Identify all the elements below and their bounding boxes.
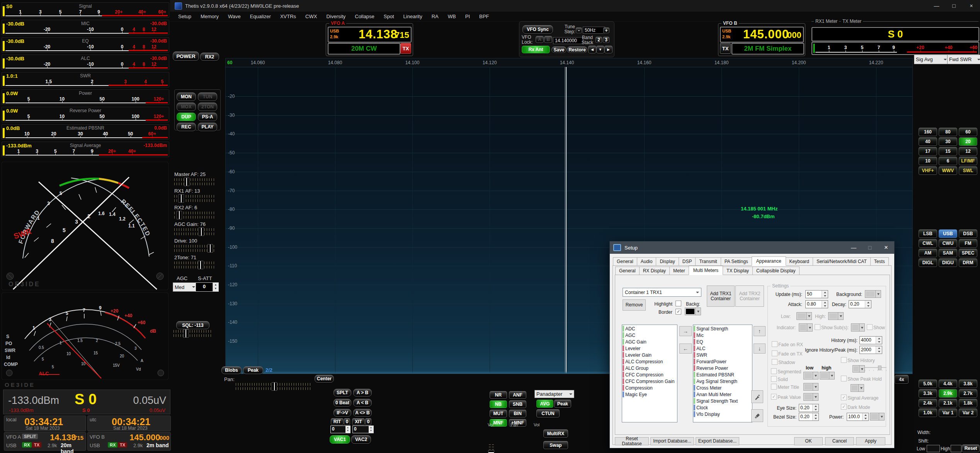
vfo-a-frequency-display[interactable]: USB 2.9k 14.138 715: [328, 27, 412, 43]
cwu-button[interactable]: CWU: [939, 239, 957, 248]
history-opacity-slider[interactable]: [865, 366, 886, 371]
nr-button[interactable]: NR: [490, 391, 507, 399]
40-button[interactable]: 40: [919, 137, 937, 146]
1-0k-button[interactable]: 1.0k: [919, 409, 937, 417]
tune-step-minus-button[interactable]: -: [576, 27, 582, 33]
lf-mf-button[interactable]: LF/MF: [959, 157, 977, 165]
tune-cursor-line[interactable]: [566, 67, 567, 374]
menu-collapse[interactable]: Collapse: [355, 14, 374, 19]
segmented-checkbox[interactable]: [771, 368, 777, 374]
menu-equalizer[interactable]: Equalizer: [250, 14, 271, 19]
move-down-button[interactable]: ↓: [754, 344, 766, 354]
mox-button[interactable]: MOX: [177, 103, 196, 111]
4-4k-button[interactable]: 4.4k: [939, 379, 957, 388]
power-spinner[interactable]: 100.0: [847, 413, 869, 421]
fm-button[interactable]: FM: [959, 239, 977, 248]
vol1-slider[interactable]: [488, 443, 494, 453]
band-stack-3-button[interactable]: 3: [603, 37, 609, 43]
available-meters-list[interactable]: ADCAGCAGC GainLevelerLeveler GainALC Com…: [622, 325, 677, 422]
spec-button[interactable]: SPEC: [959, 249, 977, 257]
var-2-button[interactable]: Var 2: [959, 409, 977, 417]
rx2-af-slider[interactable]: [174, 211, 214, 219]
rec-button[interactable]: REC: [177, 123, 196, 131]
play-button[interactable]: PLAY: [198, 123, 217, 131]
subs-show-checkbox[interactable]: [867, 324, 873, 330]
menu-wave[interactable]: Wave: [228, 14, 241, 19]
dsb-button[interactable]: DSB: [959, 229, 977, 238]
peak-value-color-dropdown[interactable]: [803, 393, 818, 401]
menu-setup[interactable]: Setup: [178, 14, 191, 19]
border-checkbox[interactable]: ✓: [675, 309, 681, 315]
list-item-alc-compression[interactable]: ALC Compression: [622, 358, 677, 365]
list-item-eq[interactable]: EQ: [693, 338, 752, 345]
5-0k-button[interactable]: 5.0k: [919, 379, 937, 388]
list-item-vfo-display[interactable]: Vfo Display: [693, 411, 752, 417]
tab-general[interactable]: General: [613, 257, 637, 266]
lsb-button[interactable]: LSB: [919, 229, 937, 238]
tab-pa-settings[interactable]: PA Settings: [721, 257, 752, 266]
power-color-dropdown[interactable]: [870, 413, 885, 421]
3-3k-button[interactable]: 3.3k: [919, 389, 937, 398]
low-stepper[interactable]: [927, 445, 940, 452]
tab-tx-display[interactable]: TX Display: [723, 267, 753, 275]
vfo-b-tx-button[interactable]: TX: [720, 43, 731, 54]
fade-on-tx-checkbox[interactable]: [772, 350, 778, 356]
highlight-checkbox[interactable]: [675, 301, 681, 306]
high-stepper[interactable]: [951, 445, 961, 452]
list-item-signal-strength[interactable]: Signal Strength: [693, 325, 752, 332]
history-spinner[interactable]: 4000: [859, 336, 882, 344]
am-button[interactable]: AM: [919, 249, 937, 257]
tune-step-value[interactable]: 50Hz: [583, 27, 605, 34]
dialog-close-button[interactable]: ×: [878, 241, 894, 254]
drm-button[interactable]: DRM: [959, 258, 977, 267]
blobs-button[interactable]: Blobs: [221, 366, 242, 374]
backg-color-dropdown[interactable]: [685, 308, 701, 315]
list-item-anan-multi-meter[interactable]: Anan Multi Meter: [693, 391, 752, 398]
sql-slider[interactable]: [174, 330, 213, 337]
a-b-button[interactable]: A > B: [353, 389, 372, 397]
tx-meter-mode-select[interactable]: Fwd SWR: [947, 55, 980, 64]
show-history-checkbox[interactable]: [841, 357, 847, 363]
reset-database-button[interactable]: Reset Database: [615, 437, 649, 445]
digu-button[interactable]: DIGU: [939, 258, 957, 267]
tab-serial-network-midi-cat[interactable]: Serial/Network/Midi CAT: [813, 257, 871, 266]
list-item-clock[interactable]: Clock: [693, 404, 752, 411]
signal-average-checkbox[interactable]: ✓: [841, 395, 847, 400]
list-item-avg-signal-strength[interactable]: Avg Signal Strength: [693, 378, 752, 385]
multirx-button[interactable]: MultiRX: [543, 429, 568, 438]
mon-button[interactable]: MON: [177, 92, 196, 101]
ignore-history-spinner[interactable]: 2000: [859, 346, 882, 354]
export-database-button[interactable]: Export Database...: [696, 437, 739, 445]
list-item-forwardpower[interactable]: ForwardPower: [693, 358, 752, 365]
move-up-button[interactable]: ↑: [754, 326, 766, 336]
vfo-b-frequency-display[interactable]: USB 2.9k 145.000 000: [720, 27, 804, 43]
high-color-dropdown[interactable]: [828, 312, 844, 320]
eyedropper-button[interactable]: [751, 390, 763, 403]
wwv-button[interactable]: WWV: [939, 166, 957, 175]
list-item-leveler[interactable]: Leveler: [622, 345, 677, 352]
rx1-af-slider[interactable]: [174, 195, 214, 202]
var-1-button[interactable]: Var 1: [939, 409, 957, 417]
add-trx1-container-button[interactable]: Add TRX1 Container: [707, 285, 735, 307]
12-button[interactable]: 12: [959, 147, 977, 156]
list-item-cross-meter[interactable]: Cross Meter: [693, 385, 752, 391]
import-database-button[interactable]: Import Database...: [650, 437, 694, 445]
avg-button[interactable]: AVG: [536, 400, 553, 408]
zoom-4x-button[interactable]: 4x: [895, 375, 909, 384]
stepper-arrows-icon[interactable]: ▲▼: [345, 426, 350, 433]
meter-title-color-dropdown[interactable]: [803, 383, 818, 391]
move-left-button[interactable]: ←: [679, 344, 692, 354]
power-button[interactable]: POWER: [173, 51, 199, 61]
background-color-dropdown[interactable]: [865, 290, 881, 298]
dark-mode-checkbox[interactable]: ✓: [841, 404, 847, 410]
2-9k-button[interactable]: 2.9k: [939, 389, 957, 398]
indicator-show-checkbox[interactable]: [815, 324, 820, 330]
list-item-signal-strength-text[interactable]: Signal Strength Text: [693, 398, 752, 404]
show-peak-hold-checkbox[interactable]: [841, 376, 847, 381]
rx-ant-button[interactable]: Rx Ant: [522, 46, 550, 53]
container-select[interactable]: Container 1 TRX1: [623, 288, 701, 297]
dup-button[interactable]: DUP: [177, 113, 196, 121]
nb-button[interactable]: NB: [490, 400, 507, 408]
list-item-cfc-compression-gain[interactable]: CFC Compression Gain: [622, 378, 677, 385]
save-button[interactable]: Save: [551, 46, 567, 53]
